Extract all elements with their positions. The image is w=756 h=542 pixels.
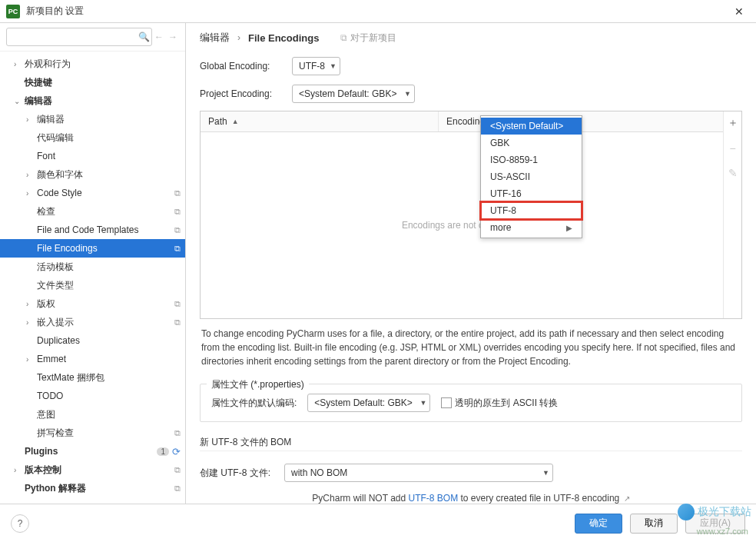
encoding-option--system-default-[interactable]: <System Default>: [481, 118, 582, 135]
dialog-buttons: ? 确定 取消 应用(A): [0, 504, 756, 542]
sidebar-item--[interactable]: ›版权⧉: [0, 294, 185, 313]
sidebar-item-label: Emmet: [37, 354, 181, 364]
breadcrumb: 编辑器 › File Encodings 对于新项目: [200, 31, 742, 52]
project-scope-icon: ⧉: [174, 207, 181, 217]
encoding-option-utf-8[interactable]: UTF-8: [481, 202, 582, 219]
sidebar-item-label: 颜色和字体: [37, 168, 181, 181]
chevron-down-icon: ▼: [542, 469, 549, 477]
cancel-button[interactable]: 取消: [630, 514, 678, 534]
sidebar-item--[interactable]: 代码编辑: [0, 128, 185, 147]
sidebar-item-plugins[interactable]: Plugins1⟳: [0, 442, 185, 461]
sidebar-item-label: Code Style: [37, 188, 171, 198]
sidebar-item--[interactable]: 意图: [0, 405, 185, 424]
global-encoding-value: UTF-8: [299, 61, 325, 71]
nav-forward-icon[interactable]: →: [167, 30, 179, 44]
chevron-icon: ›: [26, 189, 35, 198]
encoding-option-iso-8859-1[interactable]: ISO-8859-1: [481, 151, 582, 168]
project-encoding-combo[interactable]: <System Default: GBK> ▼: [292, 85, 415, 103]
chevron-down-icon: ▼: [404, 90, 411, 98]
sidebar-item-label: File Encodings: [37, 243, 171, 254]
sidebar-item--[interactable]: ›嵌入提示⧉: [0, 313, 185, 331]
content-pane: 编辑器 › File Encodings 对于新项目 Global Encodi…: [186, 23, 756, 504]
sidebar-item--[interactable]: 拼写检查⧉: [0, 424, 185, 442]
sidebar-item--[interactable]: ›版本控制⧉: [0, 461, 185, 479]
chevron-icon: ›: [26, 355, 35, 364]
encoding-option-gbk[interactable]: GBK: [481, 135, 582, 151]
sidebar-item-label: Font: [37, 151, 181, 161]
search-icon: 🔍: [138, 32, 150, 42]
sidebar-item--[interactable]: ›颜色和字体: [0, 165, 185, 184]
chevron-down-icon: ▼: [330, 62, 337, 70]
sidebar-item-label: 文件类型: [37, 279, 181, 292]
encoding-option-us-ascii[interactable]: US-ASCII: [481, 168, 582, 185]
app-icon: PC: [6, 5, 20, 18]
help-button[interactable]: ?: [11, 514, 29, 533]
bom-section-title: 新 UTF-8 文件的 BOM: [200, 436, 742, 451]
sidebar-item--[interactable]: 活动模板: [0, 258, 185, 276]
project-scope-icon: ⧉: [174, 225, 181, 235]
submenu-arrow-icon: ▶: [566, 224, 572, 232]
props-default-combo[interactable]: <System Default: GBK> ▼: [307, 394, 430, 412]
sidebar-item-todo[interactable]: TODO: [0, 387, 185, 405]
sidebar-item-label: TextMate 捆绑包: [37, 371, 181, 384]
sidebar-item-label: 外观和行为: [25, 58, 181, 71]
bom-create-combo[interactable]: with NO BOM ▼: [284, 464, 553, 482]
sidebar-item-font[interactable]: Font: [0, 147, 185, 165]
sidebar-item-python-[interactable]: Python 解释器⧉: [0, 479, 185, 497]
sidebar-item--[interactable]: ›外观和行为: [0, 55, 185, 73]
column-path[interactable]: Path ▲: [201, 111, 439, 131]
sidebar-item-textmate-[interactable]: TextMate 捆绑包: [0, 368, 185, 387]
sidebar-item-label: 版本控制: [25, 464, 171, 477]
sidebar-item-file-encodings[interactable]: File Encodings⧉: [0, 239, 185, 258]
sidebar-item-label: 编辑器: [25, 95, 181, 108]
project-scope-icon: ⧉: [174, 299, 181, 309]
sidebar-item-label: 编辑器: [37, 113, 181, 126]
search-input[interactable]: [6, 28, 152, 46]
chevron-icon: ›: [26, 318, 35, 327]
bom-create-value: with NO BOM: [291, 467, 347, 478]
sidebar-item-file-and-code-templates[interactable]: File and Code Templates⧉: [0, 221, 185, 239]
project-scope-icon: ⧉: [174, 244, 181, 254]
sidebar-item-label: 嵌入提示: [37, 316, 171, 329]
bom-note: PyCharm will NOT add UTF-8 BOM to every …: [200, 493, 742, 504]
sidebar-item-label: File and Code Templates: [37, 224, 171, 235]
sidebar: 🔍 ← → ›外观和行为快捷键⌄编辑器›编辑器代码编辑Font›颜色和字体›Co…: [0, 23, 186, 504]
sidebar-item-emmet[interactable]: ›Emmet: [0, 350, 185, 368]
sidebar-item--[interactable]: ›编辑器: [0, 110, 185, 128]
encoding-dropdown[interactable]: <System Default>GBKISO-8859-1US-ASCIIUTF…: [480, 115, 582, 238]
sidebar-item-label: 拼写检查: [37, 427, 171, 440]
properties-fieldset: 属性文件 (*.properties) 属性文件的默认编码: <System D…: [200, 384, 742, 422]
sidebar-item--[interactable]: 快捷键: [0, 73, 185, 91]
project-encoding-label: Project Encoding:: [200, 88, 284, 99]
sidebar-item-label: Python 解释器: [25, 482, 171, 495]
utf8-bom-link[interactable]: UTF-8 BOM: [409, 493, 459, 504]
props-default-label: 属性文件的默认编码:: [211, 397, 297, 410]
chevron-icon: ›: [14, 466, 23, 474]
nav-back-icon[interactable]: ←: [153, 30, 165, 44]
sidebar-item-code-style[interactable]: ›Code Style⧉: [0, 184, 185, 202]
sidebar-item-duplicates[interactable]: Duplicates: [0, 331, 185, 350]
ok-button[interactable]: 确定: [575, 514, 622, 534]
edit-icon[interactable]: ✎: [728, 167, 738, 179]
add-icon[interactable]: ＋: [728, 116, 738, 130]
encoding-option-more[interactable]: more▶: [481, 219, 582, 236]
global-encoding-combo[interactable]: UTF-8 ▼: [292, 57, 340, 75]
chevron-icon: ›: [14, 60, 23, 68]
bom-create-label: 创建 UTF-8 文件:: [200, 467, 277, 480]
sidebar-item--[interactable]: 检查⧉: [0, 202, 185, 221]
sidebar-item-label: 代码编辑: [37, 131, 181, 145]
breadcrumb-current: File Encodings: [248, 32, 319, 44]
ascii-checkbox-row[interactable]: 透明的原生到 ASCII 转换: [441, 397, 558, 410]
watermark-url: www.xz7.com: [697, 527, 748, 536]
window-title: 新项目的 设置: [26, 5, 728, 18]
sidebar-item--[interactable]: ⌄编辑器: [0, 91, 185, 110]
breadcrumb-root[interactable]: 编辑器: [200, 31, 230, 45]
remove-icon[interactable]: −: [729, 142, 735, 155]
encoding-option-utf-16[interactable]: UTF-16: [481, 185, 582, 202]
sidebar-item--[interactable]: 文件类型: [0, 276, 185, 294]
ascii-checkbox[interactable]: [441, 397, 452, 408]
restart-icon: ⟳: [172, 446, 181, 457]
chevron-icon: ›: [26, 115, 35, 124]
close-icon[interactable]: ✕: [728, 2, 750, 21]
project-scope-icon: ⧉: [174, 188, 181, 198]
